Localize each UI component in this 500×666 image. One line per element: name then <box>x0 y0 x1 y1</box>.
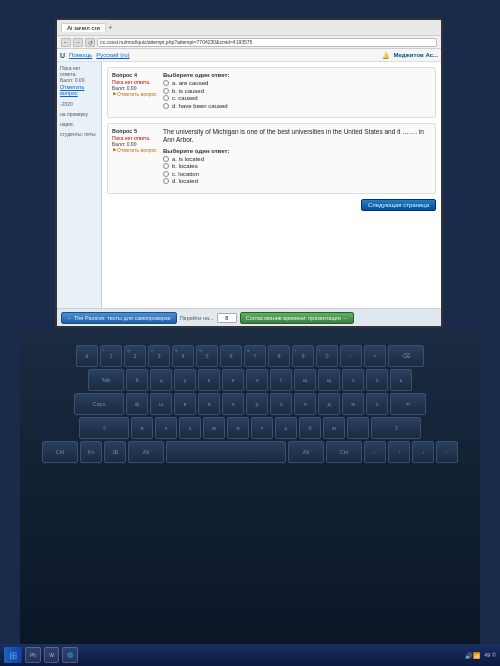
key-f[interactable]: а <box>198 393 220 415</box>
question-5-option-c[interactable]: c. location <box>163 171 431 177</box>
key-e[interactable]: у <box>174 369 196 391</box>
key-o[interactable]: щ <box>318 369 340 391</box>
key-d[interactable]: в <box>174 393 196 415</box>
key-x[interactable]: ч <box>155 417 177 439</box>
forward-button[interactable]: → <box>73 38 83 47</box>
key-win[interactable]: ⊞ <box>104 441 126 463</box>
help-link[interactable]: Помощь <box>69 52 92 58</box>
question-4-flag[interactable]: ⚑ Отметить вопрос <box>112 91 157 97</box>
taskbar-btn-globe[interactable]: 🌐 <box>62 647 78 663</box>
laptop-screen: Ai зачел сги + ← → ↺ cs.cossi.nu/mod/qui… <box>55 18 443 328</box>
key-v[interactable]: м <box>203 417 225 439</box>
key-backspace[interactable]: ⌫ <box>388 345 424 367</box>
key-space[interactable] <box>166 441 286 463</box>
key-slash[interactable]: . <box>347 417 369 439</box>
key-2[interactable]: @2 <box>124 345 146 367</box>
key-minus[interactable]: - <box>340 345 362 367</box>
radio-4a[interactable] <box>163 80 169 86</box>
radio-5b[interactable] <box>163 163 169 169</box>
taskbar-btn-w[interactable]: W <box>44 647 59 663</box>
radio-5a[interactable] <box>163 156 169 162</box>
key-a[interactable]: ф <box>126 393 148 415</box>
question-5-option-d[interactable]: d. located <box>163 178 431 184</box>
key-g[interactable]: п <box>222 393 244 415</box>
key-period[interactable]: ю <box>323 417 345 439</box>
key-j[interactable]: о <box>270 393 292 415</box>
key-m[interactable]: ь <box>275 417 297 439</box>
key-w[interactable]: ц <box>150 369 172 391</box>
key-t[interactable]: е <box>222 369 244 391</box>
key-ctrl-left[interactable]: Ctrl <box>42 441 78 463</box>
key-equal[interactable]: = <box>364 345 386 367</box>
key-8[interactable]: *8 <box>268 345 290 367</box>
key-l[interactable]: д <box>318 393 340 415</box>
key-4[interactable]: $4 <box>172 345 194 367</box>
key-h[interactable]: р <box>246 393 268 415</box>
key-b[interactable]: и <box>227 417 249 439</box>
key-q[interactable]: й <box>126 369 148 391</box>
key-7[interactable]: &7 <box>244 345 266 367</box>
key-p[interactable]: з <box>342 369 364 391</box>
new-tab-button[interactable]: + <box>108 23 113 32</box>
question-5-option-b[interactable]: b. locates <box>163 163 431 169</box>
key-shift-left[interactable]: ⇧ <box>79 417 129 439</box>
radio-5c[interactable] <box>163 171 169 177</box>
key-semicolon[interactable]: ж <box>342 393 364 415</box>
reload-button[interactable]: ↺ <box>85 38 95 47</box>
key-y[interactable]: н <box>246 369 268 391</box>
key-fn[interactable]: Fn <box>80 441 102 463</box>
sidebar-flag[interactable]: Отметить вопрос <box>60 83 98 97</box>
key-z[interactable]: я <box>131 417 153 439</box>
notification-icon[interactable]: 🔔 <box>382 52 389 59</box>
question-4-option-c[interactable]: c. caused <box>163 95 431 101</box>
radio-5d[interactable] <box>163 178 169 184</box>
key-comma[interactable]: б <box>299 417 321 439</box>
key-down[interactable]: ↓ <box>412 441 434 463</box>
key-right[interactable]: → <box>436 441 458 463</box>
key-shift-right[interactable]: ⇧ <box>371 417 421 439</box>
radio-4d[interactable] <box>163 103 169 109</box>
question-4-option-b[interactable]: b. is caused <box>163 88 431 94</box>
key-n[interactable]: т <box>251 417 273 439</box>
key-ctrl-right[interactable]: Ctrl <box>326 441 362 463</box>
key-3[interactable]: #3 <box>148 345 170 367</box>
key-1[interactable]: !1 <box>100 345 122 367</box>
radio-4b[interactable] <box>163 88 169 94</box>
key-i[interactable]: ш <box>294 369 316 391</box>
page-number-input[interactable] <box>217 313 237 314</box>
key-backtick[interactable]: ё <box>76 345 98 367</box>
key-0[interactable]: )0 <box>316 345 338 367</box>
key-up[interactable]: ↑ <box>388 441 410 463</box>
key-u[interactable]: г <box>270 369 292 391</box>
next-page-button[interactable]: Следующая страница <box>361 199 436 211</box>
address-input[interactable]: cs.cossi.nu/mod/quiz/attempt.php?attempt… <box>97 38 437 47</box>
key-r[interactable]: к <box>198 369 220 391</box>
key-k[interactable]: л <box>294 393 316 415</box>
question-5-flag[interactable]: ⚑ Отметить вопрос <box>112 147 157 153</box>
radio-4c[interactable] <box>163 95 169 101</box>
start-button[interactable]: ⊞ <box>4 647 22 663</box>
key-c[interactable]: с <box>179 417 201 439</box>
key-alt-left[interactable]: Alt <box>128 441 164 463</box>
key-s[interactable]: ы <box>150 393 172 415</box>
key-caps[interactable]: Caps <box>74 393 124 415</box>
back-button[interactable]: ← <box>61 38 71 47</box>
key-5[interactable]: %5 <box>196 345 218 367</box>
key-enter[interactable]: ↵ <box>390 393 426 415</box>
key-lbracket[interactable]: х <box>366 369 388 391</box>
taskbar-btn-ph[interactable]: Ph <box>25 647 41 663</box>
sync-button[interactable]: Согласование времени: презентации → <box>240 312 354 314</box>
key-9[interactable]: (9 <box>292 345 314 367</box>
question-4-option-d[interactable]: d. have been caused <box>163 103 431 109</box>
key-rbracket[interactable]: ъ <box>390 369 412 391</box>
key-alt-right[interactable]: Alt <box>288 441 324 463</box>
key-tab[interactable]: Tab <box>88 369 124 391</box>
browser-tab[interactable]: Ai зачел сги <box>61 23 106 32</box>
lang-link[interactable]: Русский (ru) <box>96 52 129 58</box>
key-6[interactable]: ^6 <box>220 345 242 367</box>
key-quote[interactable]: э <box>366 393 388 415</box>
question-4-option-a[interactable]: a. are caused <box>163 80 431 86</box>
key-left[interactable]: ← <box>364 441 386 463</box>
question-5-option-a[interactable]: a. is located <box>163 156 431 162</box>
prev-section-button[interactable]: ← The Passive: тесты для самопроверки <box>102 312 177 314</box>
